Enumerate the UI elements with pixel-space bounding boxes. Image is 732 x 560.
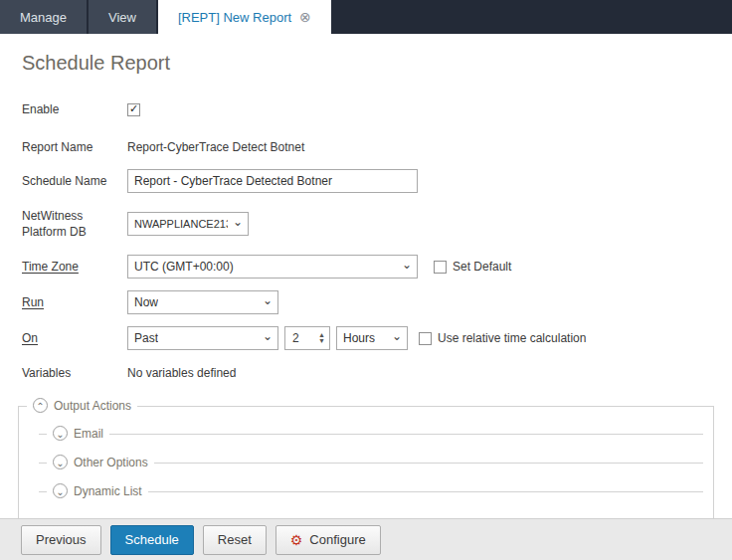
chevron-down-icon: ⌄	[402, 258, 412, 272]
gear-icon: ⚙	[290, 533, 303, 547]
output-actions-header[interactable]: ⌃ Output Actions	[27, 398, 137, 413]
timezone-value: UTC (GMT+00:00)	[134, 260, 234, 274]
run-label: Run	[22, 294, 127, 310]
chevron-down-icon: ⌄	[263, 293, 273, 307]
timezone-label: Time Zone	[22, 259, 127, 275]
page-title: Schedule Report	[22, 52, 732, 75]
set-default-checkbox[interactable]	[434, 261, 447, 274]
set-default-label: Set Default	[453, 260, 511, 274]
run-value: Now	[134, 295, 158, 309]
enable-row: Enable ✓	[22, 98, 732, 120]
tab-manage-label: Manage	[20, 10, 67, 25]
report-name-row: Report Name Report-CyberTrace Detect Bot…	[22, 136, 732, 158]
platform-db-row: NetWitness Platform DB NWAPPLIANCE21328 …	[22, 208, 732, 240]
dynamic-list-section: ⌄ Dynamic List	[39, 491, 703, 492]
timezone-select[interactable]: UTC (GMT+00:00) ⌄	[127, 255, 418, 279]
chevron-down-icon: ⌄	[263, 329, 273, 343]
spinner-down-icon[interactable]: ▼	[318, 338, 325, 344]
tab-bar: Manage View [REPT] New Report ⊗	[0, 0, 732, 34]
enable-checkbox[interactable]: ✓	[127, 103, 140, 116]
configure-label: Configure	[309, 532, 365, 547]
other-options-header[interactable]: ⌄ Other Options	[47, 455, 154, 469]
other-options-label: Other Options	[74, 456, 148, 469]
tab-view-label: View	[108, 10, 136, 25]
variables-row: Variables No variables defined	[22, 362, 732, 384]
report-name-label: Report Name	[22, 139, 127, 155]
run-select[interactable]: Now ⌄	[127, 290, 278, 314]
dynamic-list-label: Dynamic List	[74, 484, 142, 498]
schedule-report-form: Schedule Report Enable ✓ Report Name Rep…	[0, 34, 732, 518]
schedule-name-input[interactable]	[127, 169, 418, 193]
timezone-row: Time Zone UTC (GMT+00:00) ⌄ Set Default	[22, 255, 732, 279]
output-actions-section: ⌃ Output Actions ⌄ Email ⌄ Other Options…	[18, 406, 714, 518]
platform-db-value: NWAPPLIANCE21328	[134, 218, 228, 230]
tab-manage[interactable]: Manage	[0, 0, 87, 34]
check-icon: ✓	[129, 103, 138, 114]
relative-time-label: Use relative time calculation	[438, 331, 586, 345]
expand-dynamic-list-icon[interactable]: ⌄	[53, 483, 68, 498]
platform-db-select[interactable]: NWAPPLIANCE21328 ⌄	[127, 212, 249, 236]
email-header[interactable]: ⌄ Email	[47, 426, 109, 441]
collapse-output-actions-icon[interactable]: ⌃	[33, 398, 48, 413]
close-tab-icon[interactable]: ⊗	[299, 10, 311, 24]
configure-button[interactable]: ⚙ Configure	[275, 525, 381, 555]
tab-new-report-label: [REPT] New Report	[178, 10, 291, 25]
on-row: On Past ⌄ 2 ▲ ▼ Hours ⌄ Use relative tim…	[22, 326, 732, 350]
on-unit-value: Hours	[343, 331, 375, 345]
chevron-down-icon: ⌄	[392, 329, 402, 343]
spinner-arrows[interactable]: ▲ ▼	[318, 332, 325, 344]
run-row: Run Now ⌄	[22, 290, 732, 314]
tab-new-report[interactable]: [REPT] New Report ⊗	[158, 0, 331, 34]
report-name-value: Report-CyberTrace Detect Botnet	[127, 140, 304, 154]
expand-email-icon[interactable]: ⌄	[53, 426, 68, 441]
email-label: Email	[74, 427, 103, 441]
schedule-name-label: Schedule Name	[22, 173, 127, 189]
previous-button[interactable]: Previous	[21, 525, 101, 555]
other-options-section: ⌄ Other Options	[39, 463, 703, 464]
reset-button[interactable]: Reset	[203, 525, 267, 555]
schedule-report-page: Manage View [REPT] New Report ⊗ Schedule…	[0, 0, 732, 560]
schedule-button[interactable]: Schedule	[110, 525, 194, 555]
footer-bar: Previous Schedule Reset ⚙ Configure	[0, 518, 732, 560]
expand-other-options-icon[interactable]: ⌄	[53, 455, 68, 469]
output-actions-label: Output Actions	[54, 399, 131, 413]
variables-value: No variables defined	[127, 366, 236, 380]
tab-view[interactable]: View	[89, 0, 156, 34]
on-label: On	[22, 330, 127, 346]
relative-time-checkbox[interactable]	[419, 332, 432, 345]
on-count-value: 2	[292, 331, 299, 345]
on-range-select[interactable]: Past ⌄	[127, 326, 278, 350]
dynamic-list-header[interactable]: ⌄ Dynamic List	[47, 483, 148, 498]
on-unit-select[interactable]: Hours ⌄	[336, 326, 408, 350]
on-count-spinner[interactable]: 2 ▲ ▼	[284, 326, 330, 350]
platform-db-label: NetWitness Platform DB	[22, 208, 127, 240]
chevron-down-icon: ⌄	[233, 215, 243, 229]
email-section: ⌄ Email	[39, 434, 703, 435]
variables-label: Variables	[22, 365, 127, 381]
on-range-value: Past	[134, 331, 158, 345]
schedule-name-row: Schedule Name	[22, 169, 732, 193]
enable-label: Enable	[22, 101, 127, 117]
